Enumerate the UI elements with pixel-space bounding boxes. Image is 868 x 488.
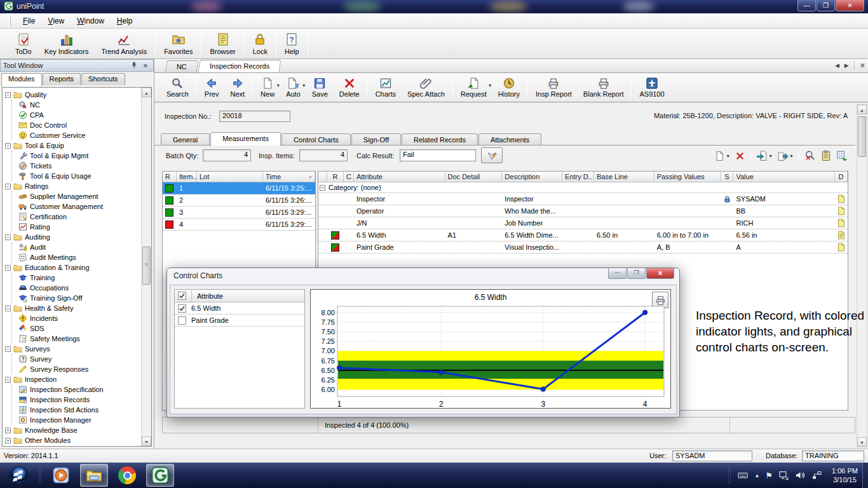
sidebar-item-cpa[interactable]: CPA [13,110,151,120]
measure-col-base-line[interactable]: Base Line [594,172,654,182]
insp-items-field[interactable]: 4 [299,149,348,161]
tree-scroll-thumb[interactable] [142,247,151,285]
sidebar-item-tool-equip-usage[interactable]: Tool & Equip Usage [13,171,151,181]
as9100-button[interactable]: AS9100 [634,73,670,102]
sidebar-group-surveys[interactable]: − Surveys [5,344,151,354]
taskbar-chrome[interactable] [113,464,141,487]
sidebar-group-other-modules[interactable]: + Other Modules [5,435,151,445]
sidebar-item-occupations[interactable]: Occupations [13,283,151,293]
new-button[interactable]: ▼ New [255,73,280,102]
hardware-tray-icon[interactable] [778,470,789,480]
record-tab-general[interactable]: General [161,133,210,146]
pin-icon[interactable] [130,62,140,69]
grid-new-button[interactable]: ▼ [713,149,731,163]
measure-col-entry-d[interactable]: Entry D.. [562,172,594,182]
prev-button[interactable]: Prev [199,73,225,102]
collapse-icon[interactable]: − [5,184,11,189]
grid-export-button[interactable]: ▼ [776,149,795,163]
grid-find-button[interactable] [803,149,817,163]
maximize-button[interactable]: ❐ [817,0,835,11]
sidebar-group-auditing[interactable]: − Auditing [5,232,151,242]
collapse-icon[interactable]: − [5,143,11,149]
delete-button[interactable]: Delete [334,73,365,102]
item-row-4[interactable]: 4 6/11/15 3:29:... [163,219,315,231]
measure-col-passing-values[interactable]: Passing Values [654,172,721,182]
expand-icon[interactable]: + [5,438,11,444]
sidebar-item-customer-service[interactable]: Customer Service [13,130,151,140]
sidebar-tab-modules[interactable]: Modules [1,73,42,86]
sidebar-item-sds[interactable]: SDS [13,323,151,334]
attribute-list-header[interactable]: Attribute [175,290,304,302]
measure-col-r[interactable]: R [327,172,344,182]
items-col-item[interactable]: Item... [177,172,197,182]
calc-result-field[interactable]: Fail [400,149,476,161]
tab-close-icon[interactable]: ✕ [860,62,865,70]
batch-qty-field[interactable]: 4 [203,149,251,161]
show-desktop-button[interactable] [862,463,868,488]
sidebar-item-nc[interactable]: NC [13,100,151,110]
attribute-option-6-5-width[interactable]: 6.5 Width [175,302,304,315]
insp-report-button[interactable]: Insp Report [530,73,578,102]
dropdown-arrow-icon[interactable]: ▼ [488,83,492,88]
expand-icon[interactable]: + [5,428,11,433]
history-button[interactable]: History [492,73,526,102]
record-tab-attachments[interactable]: Attachments [478,133,541,146]
menu-help[interactable]: Help [111,15,139,27]
items-col-time[interactable]: Time▲ [263,172,315,182]
sidebar-item-safety-meetings[interactable]: Safety Meetings [13,334,151,344]
taskbar-media-player[interactable] [47,464,75,487]
scroll-down-icon[interactable]: ▼ [857,437,867,447]
measure-row-j-n[interactable]: J/N Job Number RICH [318,217,848,229]
collapse-icon[interactable]: − [5,377,11,383]
scroll-down-icon[interactable]: ▼ [142,437,151,446]
sidebar-group-education-training[interactable]: − Education & Training [5,262,151,273]
next-button[interactable]: Next [224,73,250,102]
sidebar-tab-reports[interactable]: Reports [43,73,81,85]
item-row-2[interactable]: 2 6/11/15 3:26:... [163,194,315,207]
category-group-row[interactable]: − Category: (none) [318,182,848,193]
measure-row-paint-grade[interactable]: Paint Grade Visual Insepctio... A, B A [318,241,848,254]
measure-row-operator[interactable]: Operator Who Made the... BB [318,205,848,217]
sidebar-item-rating[interactable]: Rating [13,222,151,232]
minimize-button[interactable]: — [797,0,816,11]
todo-button[interactable]: ToDo [9,29,38,58]
tool-window-close-icon[interactable]: ✕ [140,62,151,69]
search-button[interactable]: Search [161,73,194,102]
trend-analysis-button[interactable]: Trend Analysis [95,29,153,58]
collapse-icon[interactable]: − [5,306,11,311]
measure-col-description[interactable]: Description [502,172,562,182]
sidebar-item-inspection-std-actions[interactable]: Inspection Std Actions [13,405,151,415]
blank-report-button[interactable]: Blank Report [578,73,630,102]
tray-expand-icon[interactable]: ▲ [754,473,759,478]
measure-col-d[interactable]: D [835,172,848,182]
items-col-lot[interactable]: Lot [197,172,263,182]
taskbar-unipoint[interactable] [146,464,174,487]
browser-button[interactable]: Browser [203,29,241,58]
scroll-up-icon[interactable]: ▲ [142,88,151,97]
measure-col-c[interactable]: C [344,172,354,182]
action-center-flag-icon[interactable]: ⚑ [765,471,773,480]
sidebar-item-training[interactable]: Training [13,273,151,283]
taskbar-clock[interactable]: 1:06 PM 3/10/15 [828,466,862,484]
dropdown-arrow-icon[interactable]: ▼ [276,83,280,88]
sidebar-group-tool-equip[interactable]: − Tool & Equip [5,140,151,151]
scroll-up-icon[interactable]: ▲ [857,105,867,114]
popup-restore-button[interactable]: ❐ [627,268,646,279]
menu-view[interactable]: View [42,15,70,27]
collapse-icon[interactable]: − [5,346,11,352]
inspection-no-field[interactable]: 20018 [219,111,290,122]
help-button[interactable]: ? Help [278,29,306,58]
control-charts-titlebar[interactable]: Control Charts — ❐ ✕ [167,268,679,283]
measure-col-value[interactable]: Value [733,172,835,182]
start-button[interactable] [5,464,33,487]
main-scroll-thumb[interactable] [858,116,866,157]
volume-tray-icon[interactable] [795,470,806,480]
dropdown-arrow-icon[interactable]: ▼ [302,83,306,88]
sidebar-group-quality[interactable]: − Quality [5,90,151,100]
sidebar-item-audit-meetings[interactable]: Audit Meetings [13,252,151,262]
tree-scrollbar[interactable]: ▲ ▼ [141,88,151,446]
favorites-button[interactable]: Favorites [158,29,199,58]
sidebar-item-certification[interactable]: Certification [13,212,151,222]
tab-inspection-records[interactable]: Inspection Records [198,60,281,72]
tab-scroll-right-icon[interactable]: ▶ [844,62,849,69]
